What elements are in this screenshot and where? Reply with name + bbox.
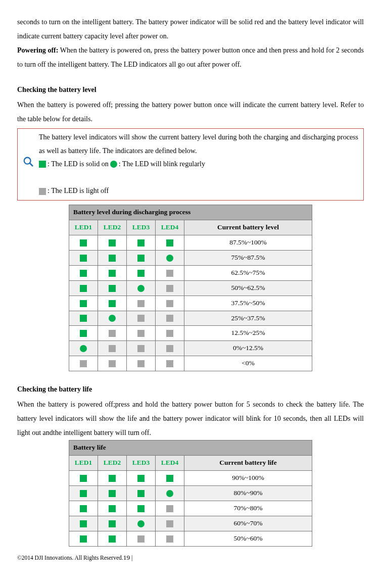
intro-paragraph-2: Powering off: When the battery is powere… xyxy=(17,43,364,72)
footer-copyright: ©2014 DJI Innovations. All Rights Reserv… xyxy=(17,555,123,561)
led-solid-text: : The LED is solid on xyxy=(47,158,109,171)
led-off-icon xyxy=(137,315,145,322)
led-solid-icon xyxy=(109,475,116,482)
led-off-icon xyxy=(137,535,145,543)
section-checking-life-title: Checking the battery life xyxy=(17,382,364,397)
led-blink-icon xyxy=(166,255,173,262)
led-solid-icon xyxy=(80,505,87,512)
level-cell: 50%~62.5% xyxy=(184,280,312,296)
table1-h-led4: LED4 xyxy=(156,220,184,235)
table1-h-led3: LED3 xyxy=(127,220,156,235)
discharging-table: Battery level during discharging process… xyxy=(69,205,312,371)
led-solid-icon xyxy=(109,505,116,512)
led-solid-icon xyxy=(80,490,87,497)
led-cell xyxy=(98,235,127,250)
footer: ©2014 DJI Innovations. All Rights Reserv… xyxy=(17,554,364,562)
led-solid-icon xyxy=(80,255,87,262)
led-cell xyxy=(98,501,127,516)
table-row: 87.5%~100% xyxy=(69,235,312,250)
level-cell: 80%~90% xyxy=(184,486,312,501)
led-off-icon xyxy=(166,345,173,352)
led-blink-icon xyxy=(110,161,117,168)
led-off-icon xyxy=(166,330,173,337)
led-cell xyxy=(69,341,98,356)
led-cell xyxy=(69,311,98,326)
level-cell: 90%~100% xyxy=(184,471,312,486)
table2-h-led3: LED3 xyxy=(127,456,156,471)
table1-h-level: Current battery level xyxy=(184,220,312,235)
table-row: 70%~80% xyxy=(69,501,312,516)
led-cell xyxy=(69,296,98,311)
led-off-icon xyxy=(166,300,173,307)
table-row: 80%~90% xyxy=(69,486,312,501)
table-row: 37.5%~50% xyxy=(69,296,312,311)
indicator-definition-text: The battery level indicators will show t… xyxy=(39,131,358,198)
led-off-icon xyxy=(109,330,116,337)
led-solid-icon xyxy=(137,270,145,277)
led-cell xyxy=(127,516,156,531)
led-off-icon xyxy=(109,360,116,367)
led-solid-icon xyxy=(109,239,116,247)
level-cell: 25%~37.5% xyxy=(184,311,312,326)
led-cell xyxy=(156,280,184,296)
led-off-icon xyxy=(137,330,145,337)
led-blink-icon xyxy=(166,490,173,497)
table2-title: Battery life xyxy=(69,440,312,456)
led-cell xyxy=(69,501,98,516)
battery-life-table: Battery life LED1 LED2 LED3 LED4 Current… xyxy=(69,440,312,547)
table-row: 50%~62.5% xyxy=(69,280,312,296)
led-cell xyxy=(156,265,184,280)
led-cell xyxy=(98,531,127,546)
led-cell xyxy=(127,311,156,326)
led-cell xyxy=(127,486,156,501)
led-solid-icon xyxy=(80,270,87,277)
led-cell xyxy=(69,516,98,531)
table-row: 90%~100% xyxy=(69,471,312,486)
led-cell xyxy=(156,531,184,546)
led-blink-icon xyxy=(137,520,145,527)
led-solid-icon xyxy=(109,255,116,262)
led-off-icon xyxy=(166,315,173,322)
led-cell xyxy=(127,471,156,486)
led-cell xyxy=(69,265,98,280)
table-row: 60%~70% xyxy=(69,516,312,531)
led-cell xyxy=(98,250,127,265)
led-solid-icon xyxy=(137,490,145,497)
table-row: 50%~60% xyxy=(69,531,312,546)
led-solid-icon xyxy=(39,161,46,168)
led-solid-icon xyxy=(80,315,87,322)
led-cell xyxy=(156,471,184,486)
led-solid-icon xyxy=(109,285,116,292)
footer-sep: | xyxy=(130,555,132,561)
led-cell xyxy=(98,486,127,501)
level-cell: 0%~12.5% xyxy=(184,341,312,356)
led-solid-icon xyxy=(137,239,145,247)
section-checking-level-title: Checking the battery level xyxy=(17,83,364,97)
led-blink-icon xyxy=(137,285,145,292)
led-cell xyxy=(156,250,184,265)
led-cell xyxy=(98,265,127,280)
led-cell xyxy=(156,501,184,516)
led-cell xyxy=(69,531,98,546)
led-cell xyxy=(127,296,156,311)
led-cell xyxy=(156,341,184,356)
intro-paragraph-1: seconds to turn on the intelligent batte… xyxy=(17,15,364,43)
level-cell: 50%~60% xyxy=(184,531,312,546)
level-cell: 37.5%~50% xyxy=(184,296,312,311)
table-row: <0% xyxy=(69,356,312,371)
info-line-1: The battery level indicators will show t… xyxy=(39,133,358,155)
table1-h-led2: LED2 xyxy=(98,220,127,235)
led-solid-icon xyxy=(80,285,87,292)
led-solid-icon xyxy=(109,520,116,527)
section-checking-life-body: When the battery is powered off;press an… xyxy=(17,398,364,440)
powering-off-body: When the battery is powered on, press th… xyxy=(17,46,364,68)
led-cell xyxy=(156,486,184,501)
led-cell xyxy=(98,296,127,311)
led-cell xyxy=(69,486,98,501)
led-cell xyxy=(156,356,184,371)
led-off-icon xyxy=(166,360,173,367)
led-off-icon xyxy=(166,270,173,277)
led-off-icon xyxy=(80,360,87,367)
led-cell xyxy=(69,326,98,341)
led-cell xyxy=(69,471,98,486)
